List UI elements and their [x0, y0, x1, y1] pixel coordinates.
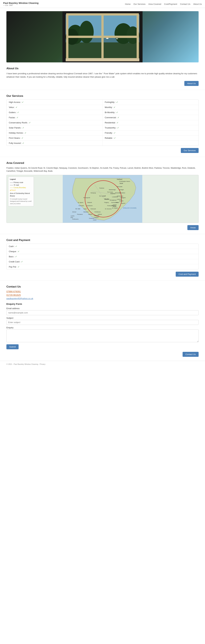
svg-text:St. Hawes: St. Hawes: [112, 207, 118, 209]
svg-text:St. Keverne: St. Keverne: [105, 208, 112, 210]
legend-primary: —— Primary route: [10, 181, 32, 184]
svg-text:Porthleven: Porthleven: [95, 211, 101, 213]
contact-section: Contact Us 07886 676091 01726 861625 pau…: [0, 281, 205, 361]
check-first-cleans: ✓: [22, 137, 23, 139]
enquiry-textarea[interactable]: [7, 330, 198, 342]
check-credit: ✓: [21, 260, 23, 263]
svg-text:Tregony: Tregony: [104, 202, 109, 203]
brand-tagline: — Est. 1987: [3, 4, 39, 6]
svg-text:Hayle: Hayle: [83, 208, 87, 210]
check-trustworthy: ✓: [117, 126, 119, 129]
service-empty: [103, 141, 198, 146]
svg-text:Marazion: Marazion: [83, 211, 89, 213]
areas-button[interactable]: Areas: [187, 225, 198, 230]
about-text: I have been providing a professional win…: [7, 72, 198, 79]
legend-title: Legend: [10, 178, 32, 181]
svg-text:TRURO: TRURO: [104, 198, 109, 200]
cost-credit: Credit Card : ✓: [7, 259, 198, 264]
nav-contact[interactable]: Contact Us: [180, 3, 190, 5]
subject-input[interactable]: [7, 320, 198, 325]
svg-text:Camborne: Camborne: [87, 205, 93, 206]
brand: Paul Bazeley Window Cleaning — Est. 1987: [3, 2, 39, 6]
svg-text:Helford: Helford: [98, 214, 102, 215]
svg-text:Bude: Bude: [120, 182, 123, 184]
about-button[interactable]: About Us: [184, 81, 198, 86]
subject-label: Subject: [7, 317, 198, 319]
cost-items: Cash : ✓ Cheque : ✓ Bacs : ✓ Credit Card…: [7, 244, 198, 270]
svg-text:Port Isaac: Port Isaac: [107, 191, 113, 193]
svg-text:Saltash: Saltash: [119, 200, 123, 202]
svg-rect-14: [67, 36, 138, 38]
footer: © 2021 - Paul Bazeley Window Cleaning · …: [0, 361, 205, 367]
svg-text:Fowey: Fowey: [112, 205, 116, 206]
services-button[interactable]: Our Services: [181, 148, 198, 153]
svg-text:St. Ives: St. Ives: [75, 208, 80, 210]
cost-button[interactable]: Cost and Payment: [176, 272, 198, 277]
service-trustworthy: Trustworthy : ✓: [103, 125, 198, 130]
check-bacs: ✓: [15, 255, 17, 258]
nav-area[interactable]: Area Covered: [148, 3, 161, 5]
legend-county: —— County Boundary: [10, 186, 32, 189]
service-residential: Residential : ✓: [103, 120, 198, 125]
service-reliable: Reliable : ✓: [103, 136, 198, 141]
check-velux: ✓: [16, 106, 18, 108]
svg-text:St. Agnes: St. Agnes: [78, 202, 83, 203]
svg-point-11: [116, 38, 118, 39]
nav-links: Home Our Services Area Covered Cost/Paym…: [125, 3, 202, 5]
check-solar: ✓: [23, 126, 24, 129]
service-first-cleans: First Cleans : ✓: [7, 136, 103, 141]
hero-svg: [7, 11, 198, 62]
area-text: Fraddon, Indian Queens, St.Columb Road, …: [7, 166, 198, 173]
map-legend: Legend —— Primary route —— 'A' road —— C…: [8, 177, 34, 206]
check-cash: ✓: [15, 245, 17, 248]
legend-aonb: Area of Outstanding Natural Beauty: [10, 192, 32, 197]
services-heading: Our Services: [7, 94, 198, 98]
form-heading: Enquiry Form: [7, 302, 198, 305]
hero-section: [0, 8, 205, 62]
svg-point-5: [79, 21, 94, 43]
svg-text:Liskeard: Liskeard: [117, 198, 122, 200]
email[interactable]: paulbazeley45@yahoo.co.uk: [7, 297, 198, 300]
legend-a-road: —— 'A' road: [10, 184, 32, 186]
submit-button[interactable]: Submit: [7, 344, 19, 349]
cost-paypal: Pay Pal : ✓: [7, 264, 198, 269]
check-commercial: ✓: [118, 116, 119, 119]
svg-text:Portreath: Portreath: [79, 205, 84, 206]
service-fortnightly: Fortnightly : ✓: [103, 100, 198, 105]
contact-button[interactable]: Contact Us: [182, 352, 198, 357]
service-commercial: Commercial : ✓: [103, 115, 198, 120]
svg-text:Mevagissey: Mevagissey: [110, 199, 116, 201]
svg-text:Land's: Land's: [71, 215, 74, 217]
service-solar: Solar Panels : ✓: [7, 125, 103, 130]
svg-text:Looe: Looe: [115, 202, 118, 203]
check-paypal: ✓: [18, 266, 20, 268]
svg-text:Newquay: Newquay: [91, 192, 96, 194]
service-bi-monthly: Bi-Monthly : ✓: [103, 110, 198, 115]
navbar: Paul Bazeley Window Cleaning — Est. 1987…: [0, 0, 205, 8]
phone1[interactable]: 07886 676091: [7, 290, 198, 293]
nav-about[interactable]: About Us: [193, 3, 202, 5]
phone2[interactable]: 01726 861625: [7, 294, 198, 296]
svg-text:Tintagel: Tintagel: [119, 189, 124, 190]
nav-home[interactable]: Home: [125, 3, 131, 5]
services-grid: High Access : ✓ Fortnightly : ✓ Velux : …: [7, 100, 198, 146]
svg-text:Falmouth: Falmouth: [91, 208, 96, 210]
svg-text:Lizard: Lizard: [93, 219, 96, 221]
check-facias: ✓: [17, 116, 19, 119]
svg-text:Hartland: Hartland: [117, 178, 122, 180]
svg-text:Torpoint: Torpoint: [121, 202, 125, 204]
services-section: Our Services High Access : ✓ Fortnightly…: [0, 90, 205, 157]
contact-heading: Contact Us: [7, 284, 198, 288]
about-section: About Us I have been providing a profess…: [0, 62, 205, 90]
check-bi-monthly: ✓: [116, 111, 118, 114]
check-cheque: ✓: [18, 250, 20, 253]
email-input[interactable]: [7, 310, 198, 315]
legend-credit: © Cornwall County CouncilDesigned and Pr…: [10, 198, 32, 205]
nav-cost[interactable]: Cost/Payment: [164, 3, 177, 5]
cost-cash: Cash : ✓: [7, 244, 198, 249]
nav-services[interactable]: Our Services: [133, 3, 145, 5]
service-facias: Facias : ✓: [7, 115, 103, 120]
check-conservatory: ✓: [29, 122, 31, 124]
check-reliable: ✓: [114, 137, 116, 139]
svg-text:Boscastle: Boscastle: [117, 186, 122, 187]
